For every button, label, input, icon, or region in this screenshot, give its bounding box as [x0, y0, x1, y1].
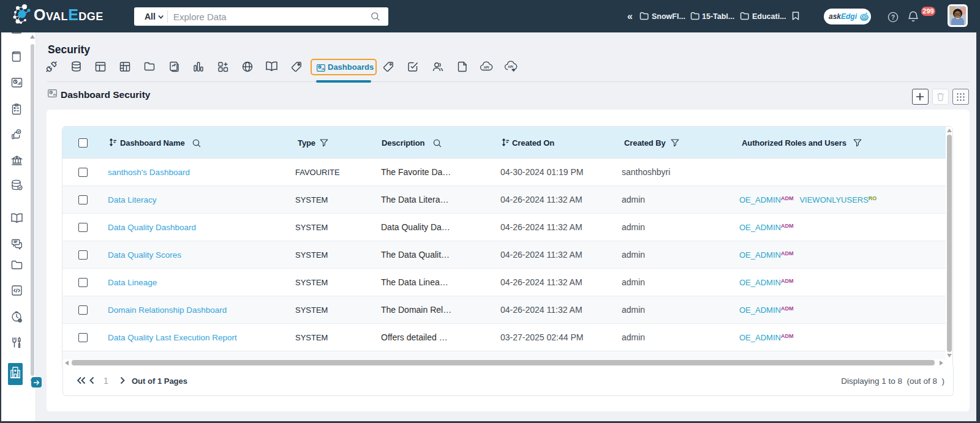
- svg-text:API: API: [484, 66, 489, 69]
- svg-text:API: API: [508, 65, 513, 69]
- svg-text:?: ?: [891, 14, 895, 21]
